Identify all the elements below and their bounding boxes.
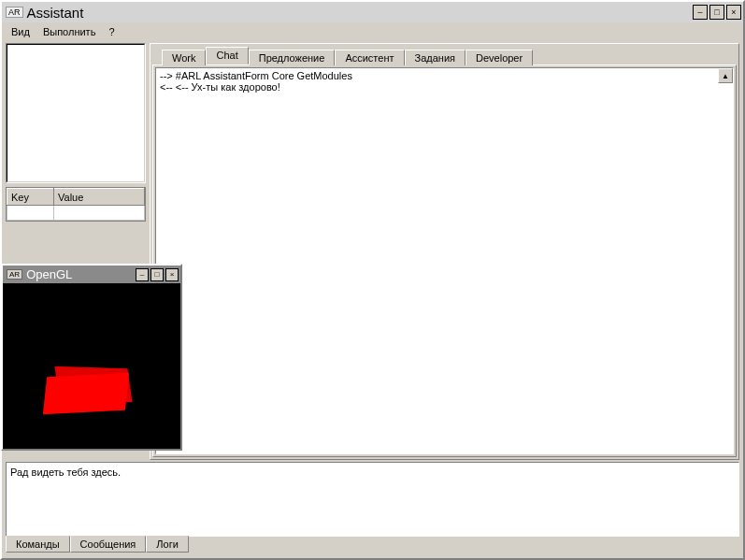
message-text: Рад видеть тебя здесь. [10,467,121,478]
opengl-canvas[interactable] [3,283,180,449]
opengl-window[interactable]: AR OpenGL – □ × [1,264,182,451]
opengl-maximize-button[interactable]: □ [150,268,164,281]
menubar: Вид Выполнить ? [2,22,743,41]
tab-assistant[interactable]: Ассистент [335,50,404,65]
tab-proposal[interactable]: Предложение [249,50,336,65]
tab-tasks[interactable]: Задания [405,50,466,65]
tab-content: --> #ARL AssistantForm Core GetModules <… [152,65,737,457]
tabstrip: Work Chat Предложение Ассистент Задания … [152,46,737,65]
scroll-up-icon[interactable]: ▲ [718,68,733,83]
bottom-panel: Рад видеть тебя здесь. Команды Сообщения… [6,462,739,555]
menu-execute[interactable]: Выполнить [37,25,101,38]
opengl-badge: AR [7,269,22,280]
bottom-tabstrip: Команды Сообщения Логи [6,537,739,555]
tab-chat[interactable]: Chat [206,47,248,65]
kv-header-value[interactable]: Value [54,189,145,206]
maximize-button[interactable]: □ [709,5,724,20]
right-column: Work Chat Предложение Ассистент Задания … [150,43,739,460]
btab-commands[interactable]: Команды [6,536,70,553]
minimize-button[interactable]: – [693,5,708,20]
close-button[interactable]: × [726,5,741,20]
opengl-close-button[interactable]: × [165,268,179,281]
menu-view[interactable]: Вид [6,25,36,38]
key-value-table[interactable]: Key Value [6,187,146,222]
btab-messages[interactable]: Сообщения [70,536,147,553]
opengl-titlebar[interactable]: AR OpenGL – □ × [3,266,180,283]
kv-cell-value[interactable] [54,206,145,221]
opengl-title: OpenGL [26,267,134,281]
tree-view[interactable] [6,43,146,183]
chat-line: <-- <-- Ух-ты как здорово! [160,81,729,93]
btab-logs[interactable]: Логи [146,536,189,553]
tab-developer[interactable]: Developer [466,50,533,65]
chat-log[interactable]: --> #ARL AssistantForm Core GetModules <… [155,67,734,454]
table-row[interactable] [7,206,145,221]
message-area[interactable]: Рад видеть тебя здесь. [6,462,739,537]
titlebar[interactable]: AR Assistant – □ × [2,2,743,22]
window-buttons: – □ × [693,5,741,20]
menu-help[interactable]: ? [103,25,120,38]
opengl-red-shape [40,367,134,419]
chat-line: --> #ARL AssistantForm Core GetModules [160,70,729,81]
kv-cell-key[interactable] [7,206,54,221]
opengl-minimize-button[interactable]: – [136,268,149,281]
window-title: Assistant [27,5,693,21]
kv-header-key[interactable]: Key [7,189,54,206]
tab-work[interactable]: Work [162,50,206,65]
app-badge: AR [6,7,23,18]
